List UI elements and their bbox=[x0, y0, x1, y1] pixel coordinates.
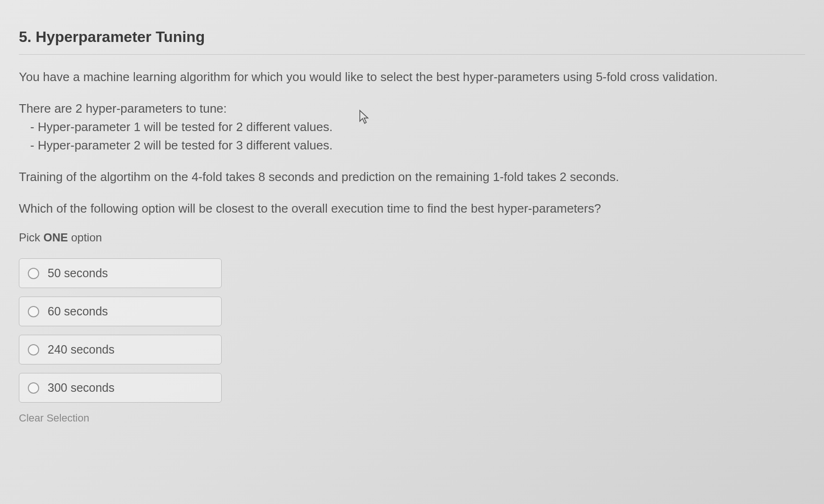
clear-selection-link[interactable]: Clear Selection bbox=[19, 412, 89, 424]
question-body: You have a machine learning algorithm fo… bbox=[19, 68, 805, 218]
bullet-item: - Hyper-parameter 2 will be tested for 3… bbox=[30, 136, 805, 155]
question-title: 5. Hyperparameter Tuning bbox=[19, 28, 805, 55]
radio-icon bbox=[28, 268, 39, 279]
question-number: 5. bbox=[19, 28, 32, 45]
bullet-list: - Hyper-parameter 1 will be tested for 2… bbox=[30, 118, 805, 155]
pick-suffix: option bbox=[68, 231, 102, 244]
pick-prefix: Pick bbox=[19, 231, 43, 244]
timing-text: Training of the algortihm on the 4-fold … bbox=[19, 168, 805, 186]
option-4[interactable]: 300 seconds bbox=[19, 373, 222, 403]
option-label: 240 seconds bbox=[48, 343, 115, 356]
question-intro: You have a machine learning algorithm fo… bbox=[19, 68, 805, 86]
question-title-text: Hyperparameter Tuning bbox=[36, 28, 205, 45]
params-intro: There are 2 hyper-parameters to tune: bbox=[19, 99, 805, 118]
option-2[interactable]: 60 seconds bbox=[19, 297, 222, 326]
option-label: 60 seconds bbox=[48, 305, 108, 318]
pick-one-instruction: Pick ONE option bbox=[19, 231, 805, 244]
option-label: 300 seconds bbox=[48, 381, 115, 395]
options-list: 50 seconds 60 seconds 240 seconds 300 se… bbox=[19, 258, 222, 403]
radio-icon bbox=[28, 382, 39, 394]
option-1[interactable]: 50 seconds bbox=[19, 258, 222, 288]
prompt-text: Which of the following option will be cl… bbox=[19, 199, 805, 218]
radio-icon bbox=[28, 306, 39, 317]
params-section: There are 2 hyper-parameters to tune: - … bbox=[19, 99, 805, 155]
option-3[interactable]: 240 seconds bbox=[19, 335, 222, 364]
bullet-item: - Hyper-parameter 1 will be tested for 2… bbox=[30, 118, 805, 136]
pick-bold: ONE bbox=[43, 231, 68, 244]
option-label: 50 seconds bbox=[48, 266, 108, 280]
radio-icon bbox=[28, 344, 39, 355]
